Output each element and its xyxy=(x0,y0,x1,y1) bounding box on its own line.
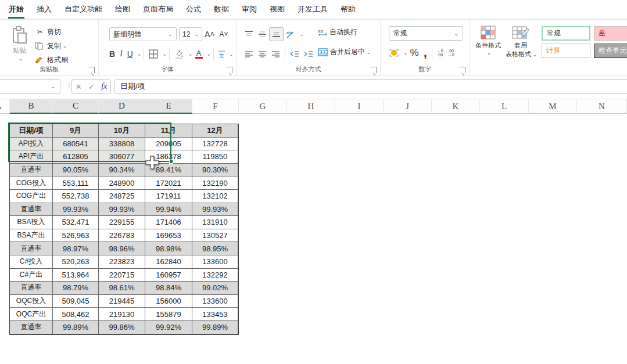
phonetic-guide-button[interactable]: wén 文 xyxy=(216,47,227,61)
conditional-formatting-button[interactable]: 条件格式 ⌄ xyxy=(473,25,503,56)
enter-button[interactable]: ✓ xyxy=(88,82,95,91)
table-cell[interactable]: C#投入 xyxy=(10,255,53,269)
table-cell[interactable]: 99.93% xyxy=(99,203,145,217)
table-cell[interactable]: 219445 xyxy=(99,295,145,308)
table-cell[interactable]: 133600 xyxy=(192,295,238,308)
table-cell[interactable]: 532,471 xyxy=(53,216,99,229)
table-cell[interactable]: 248900 xyxy=(99,176,145,190)
table-cell[interactable]: 90.34% xyxy=(99,164,145,177)
column-header-I[interactable]: I xyxy=(335,99,384,113)
align-center-button[interactable] xyxy=(256,47,269,61)
copy-dropdown-icon[interactable]: ⌄ xyxy=(63,43,67,49)
table-cell[interactable]: 509,045 xyxy=(53,295,99,308)
table-cell[interactable]: 98.98% xyxy=(145,242,192,255)
menu-tab-开发工具[interactable]: 开发工具 xyxy=(291,1,334,18)
table-cell[interactable]: 98.61% xyxy=(99,282,145,295)
table-cell[interactable]: 11月 xyxy=(145,124,192,138)
table-cell[interactable]: 156000 xyxy=(145,295,192,308)
column-header-L[interactable]: L xyxy=(480,99,529,113)
column-header-A[interactable]: A xyxy=(0,99,10,113)
table-cell[interactable]: 89.41% xyxy=(145,164,192,177)
formula-input[interactable]: 日期/项 xyxy=(114,79,627,94)
table-cell[interactable]: 520,263 xyxy=(53,255,99,269)
table-cell[interactable]: OQC产出 xyxy=(10,308,53,321)
cell-style-常规[interactable]: 常规 xyxy=(542,26,590,41)
menu-tab-插入[interactable]: 插入 xyxy=(30,1,58,18)
table-cell[interactable]: 133453 xyxy=(192,308,238,321)
orientation-button[interactable]: ab xyxy=(284,27,298,41)
table-cell[interactable]: 99.89% xyxy=(192,321,238,334)
grow-font-button[interactable]: A˄ xyxy=(202,27,217,41)
font-color-button[interactable]: A xyxy=(193,47,205,61)
table-cell[interactable]: 612805 xyxy=(53,150,99,164)
table-cell[interactable]: 直通率 xyxy=(10,321,53,334)
table-cell[interactable]: 223823 xyxy=(99,255,145,269)
table-cell[interactable]: 553,111 xyxy=(53,176,99,190)
table-cell[interactable]: 220715 xyxy=(99,269,145,282)
column-header-J[interactable]: J xyxy=(384,99,432,113)
cell-style-检查单元格[interactable]: 检查单元格 xyxy=(594,44,627,58)
table-cell[interactable]: 99.02% xyxy=(192,282,238,295)
italic-button[interactable]: I xyxy=(117,47,125,61)
table-cell[interactable]: 日期/项 xyxy=(10,124,53,138)
table-cell[interactable]: 直通率 xyxy=(10,282,53,295)
format-as-table-dropdown-icon[interactable]: ⌄ xyxy=(533,52,538,57)
fill-handle[interactable] xyxy=(169,160,173,164)
table-cell[interactable]: BSA产出 xyxy=(10,229,53,243)
phonetic-dropdown-icon[interactable]: ⌄ xyxy=(229,51,234,57)
menu-tab-自定义功能[interactable]: 自定义功能 xyxy=(58,1,109,18)
paste-dropdown-icon[interactable]: ⌄ xyxy=(10,56,31,62)
shrink-font-button[interactable]: A˅ xyxy=(217,27,231,41)
table-cell[interactable]: 169653 xyxy=(145,229,192,243)
alignment-dialog-launcher[interactable] xyxy=(370,67,377,73)
menu-tab-开始[interactable]: 开始 xyxy=(2,1,30,18)
table-cell[interactable]: 219130 xyxy=(99,308,145,321)
table-cell[interactable]: 130527 xyxy=(192,229,238,243)
font-color-dropdown-icon[interactable]: ⌄ xyxy=(207,51,212,57)
accounting-dropdown-icon[interactable]: ⌄ xyxy=(403,50,408,56)
align-right-button[interactable] xyxy=(269,47,282,61)
table-cell[interactable]: 直通率 xyxy=(10,203,53,217)
table-cell[interactable]: 99.94% xyxy=(145,203,192,217)
table-cell[interactable]: 99.92% xyxy=(145,321,192,334)
table-cell[interactable]: 248725 xyxy=(99,190,145,203)
column-header-H[interactable]: H xyxy=(287,99,335,113)
table-cell[interactable]: 132190 xyxy=(192,176,238,190)
table-cell[interactable]: 131910 xyxy=(192,216,238,229)
comma-style-button[interactable]: , xyxy=(421,46,429,60)
column-header-D[interactable]: D xyxy=(99,99,145,114)
table-cell[interactable]: 513,964 xyxy=(53,269,99,282)
column-header-M[interactable]: M xyxy=(529,99,577,113)
table-cell[interactable]: 680541 xyxy=(53,138,99,151)
table-cell[interactable]: 526,963 xyxy=(53,229,99,243)
align-bottom-button[interactable] xyxy=(269,27,284,41)
table-cell[interactable]: 99.89% xyxy=(53,321,99,334)
underline-button[interactable]: U xyxy=(125,47,135,61)
paste-button[interactable]: 粘贴 ⌄ xyxy=(8,26,31,68)
table-cell[interactable]: 98.95% xyxy=(192,242,238,255)
cancel-button[interactable]: ✕ xyxy=(76,82,82,91)
percent-style-button[interactable]: % xyxy=(408,46,421,60)
orientation-dropdown-icon[interactable]: ⌄ xyxy=(299,31,304,37)
table-cell[interactable]: COG产出 xyxy=(10,190,53,203)
table-cell[interactable]: 119850 xyxy=(192,150,238,164)
table-cell[interactable]: 226783 xyxy=(99,229,145,243)
menu-tab-绘图[interactable]: 绘图 xyxy=(109,1,137,18)
fill-color-button[interactable] xyxy=(172,47,187,61)
accounting-format-button[interactable] xyxy=(386,46,402,60)
clipboard-dialog-launcher[interactable] xyxy=(88,67,95,73)
name-box-dropdown-icon[interactable]: ⌄ xyxy=(51,84,55,89)
table-cell[interactable]: 172021 xyxy=(145,176,192,190)
table-cell[interactable]: 90.30% xyxy=(192,164,238,177)
table-cell[interactable]: 直通率 xyxy=(10,242,53,255)
column-header-C[interactable]: C xyxy=(53,99,99,114)
font-dialog-launcher[interactable] xyxy=(226,67,232,73)
decrease-decimal-button[interactable]: .00→0 xyxy=(446,46,457,60)
table-cell[interactable]: 直通率 xyxy=(10,164,53,177)
table-cell[interactable]: 99.93% xyxy=(53,203,99,217)
table-cell[interactable]: 229155 xyxy=(99,216,145,229)
table-cell[interactable]: 98.79% xyxy=(53,282,99,295)
table-cell[interactable]: API投入 xyxy=(10,138,53,151)
table-cell[interactable]: 209005 xyxy=(145,138,192,151)
table-cell[interactable]: 98.97% xyxy=(53,242,99,255)
